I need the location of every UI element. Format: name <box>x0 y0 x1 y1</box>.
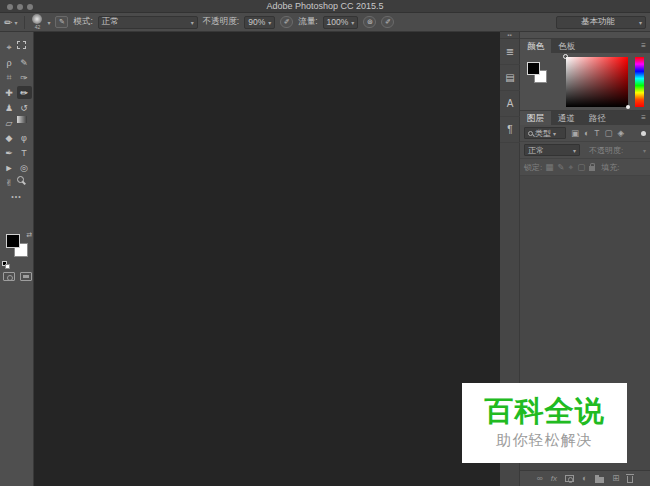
panel-menu-icon[interactable]: ≡ <box>637 39 650 53</box>
move-tool[interactable]: ⌖ <box>2 41 17 54</box>
window-title: Adobe Photoshop CC 2015.5 <box>0 0 650 13</box>
tab-color[interactable]: 颜色 <box>520 39 551 53</box>
delete-layer-icon[interactable] <box>627 476 633 483</box>
layer-blend-mode-select[interactable]: 正常 ▾ <box>524 144 580 156</box>
tab-channels[interactable]: 通道 <box>551 111 582 125</box>
dock-grip[interactable]: ▪▪ <box>500 32 519 39</box>
new-layer-icon[interactable]: ⊞ <box>612 474 619 483</box>
filter-image-icon[interactable]: ▣ <box>571 129 579 138</box>
current-tool-icon[interactable]: ✏▾ <box>4 17 17 28</box>
lock-transparency-icon[interactable]: ▦ <box>545 163 553 172</box>
ellipse-tool[interactable]: ◎ <box>17 161 32 174</box>
opacity-pressure-button[interactable]: ✐ <box>280 16 293 28</box>
toggle-brush-panel-button[interactable]: ✎ <box>55 16 68 28</box>
paragraph-panel-icon[interactable]: ¶ <box>500 117 520 143</box>
workspace-value: 基本功能 <box>560 16 636 28</box>
add-mask-icon[interactable] <box>565 475 574 482</box>
filter-kind-label: 类型 <box>535 128 551 139</box>
color-panel <box>520 53 650 111</box>
brush-tool[interactable]: ✏ <box>17 86 32 99</box>
adjustments-panel-icon[interactable]: ≣ <box>500 39 520 65</box>
brush-size-value: 42 <box>35 25 41 30</box>
clone-stamp-tool[interactable]: ♟ <box>2 101 17 114</box>
swap-colors-icon[interactable]: ⇄ <box>26 231 32 239</box>
crop-tool[interactable]: ⌗ <box>2 71 17 84</box>
panel-foreground-swatch[interactable] <box>527 62 540 75</box>
workspace-select[interactable]: 基本功能 ▾ <box>556 16 646 29</box>
layers-bottom-bar: ∞fx◐⊞ <box>520 470 650 486</box>
eraser-tool[interactable]: ▱ <box>2 116 17 129</box>
lasso-tool[interactable]: ρ <box>2 56 17 69</box>
eyedropper-tool[interactable]: ✑ <box>17 71 32 84</box>
options-bar: ✏▾ 42 ▾ ✎ 模式: 正常 ▾ 不透明度: 90% ▾ ✐ 流量: 100… <box>0 13 650 32</box>
opacity-select[interactable]: 90% ▾ <box>244 16 275 29</box>
lock-all-icon[interactable] <box>589 166 595 171</box>
gradient-tool[interactable] <box>17 116 27 123</box>
chevron-down-icon[interactable]: ▾ <box>47 19 50 26</box>
flow-select[interactable]: 100% ▾ <box>323 16 359 29</box>
new-group-icon[interactable] <box>595 477 604 483</box>
zoom-tool[interactable] <box>17 176 24 183</box>
screen-mode-button[interactable] <box>20 272 32 281</box>
lock-artboard-icon[interactable]: ▢ <box>577 163 585 172</box>
layer-blend-mode-value: 正常 <box>528 145 571 156</box>
watermark-overlay: 百科全说 助你轻松解决 <box>462 383 627 463</box>
layers-panel-tabs: 图层通道路径 ≡ <box>520 111 650 125</box>
filter-kind-select[interactable]: 类型 ▾ <box>524 127 566 139</box>
blend-mode-value: 正常 <box>102 16 188 28</box>
adjustment-layer-icon[interactable]: ◐ <box>582 474 587 483</box>
color-swatch-block: ⇄ <box>0 231 34 271</box>
filter-shape-icon[interactable]: ▢ <box>604 129 612 138</box>
chevron-down-icon: ▾ <box>573 147 576 154</box>
canvas-area[interactable] <box>34 32 500 486</box>
chevron-down-icon: ▾ <box>351 19 354 26</box>
airbrush-button[interactable]: ⊛ <box>363 16 376 28</box>
color-marker-circle <box>563 54 568 59</box>
quick-selection-tool[interactable]: ✎ <box>17 56 32 69</box>
libraries-panel-icon[interactable]: ▤ <box>500 65 520 91</box>
title-bar: Adobe Photoshop CC 2015.5 <box>0 0 650 13</box>
brush-preset-picker[interactable]: 42 <box>32 14 42 30</box>
filter-smart-object-icon[interactable]: ◈ <box>617 129 624 138</box>
lock-position-icon[interactable]: ⌖ <box>568 163 573 172</box>
quick-mask-button[interactable] <box>3 272 15 281</box>
chevron-down-icon: ▾ <box>643 147 646 154</box>
saturation-brightness-field[interactable] <box>566 57 628 107</box>
chevron-down-icon: ▾ <box>268 19 271 26</box>
lock-label: 锁定: <box>524 162 542 173</box>
dodge-tool[interactable]: φ <box>17 131 32 144</box>
rectangular-marquee-tool[interactable] <box>17 41 26 49</box>
brush-tip-icon <box>32 14 42 24</box>
layer-opacity-label: 不透明度: <box>589 145 623 156</box>
tab-paths[interactable]: 路径 <box>582 111 613 125</box>
foreground-color-swatch[interactable] <box>6 234 20 248</box>
fill-label: 填充: <box>601 162 619 173</box>
filter-type-icon[interactable]: T <box>594 129 599 138</box>
type-tool[interactable]: T <box>17 146 32 159</box>
blend-mode-select[interactable]: 正常 ▾ <box>98 16 198 29</box>
search-icon <box>528 131 533 136</box>
filter-adjustment-icon[interactable]: ◐ <box>584 129 589 138</box>
tab-swatches[interactable]: 色板 <box>551 39 582 53</box>
filter-toggle-switch[interactable] <box>641 131 646 136</box>
blur-tool[interactable]: ◆ <box>2 131 17 144</box>
link-layers-icon[interactable]: ∞ <box>537 474 543 483</box>
layer-style-icon[interactable]: fx <box>551 475 557 483</box>
hue-slider[interactable] <box>635 57 644 107</box>
history-brush-tool[interactable]: ↺ <box>17 101 32 114</box>
panel-menu-icon[interactable]: ≡ <box>637 111 650 125</box>
watermark-title: 百科全说 <box>485 396 605 428</box>
edit-toolbar-button[interactable]: ••• <box>0 193 33 200</box>
character-panel-icon[interactable]: A <box>500 91 520 117</box>
path-selection-tool[interactable]: ► <box>2 161 17 174</box>
lock-pixels-icon[interactable]: ✎ <box>557 163 564 172</box>
default-background-icon <box>5 264 10 269</box>
panel-group-grip[interactable] <box>520 32 650 39</box>
default-colors-icon[interactable] <box>2 261 10 269</box>
flow-pressure-button[interactable]: ✐ <box>381 16 394 28</box>
hand-tool[interactable]: ✌ <box>2 176 17 189</box>
healing-brush-tool[interactable]: ✚ <box>2 86 17 99</box>
tab-layers[interactable]: 图层 <box>520 111 551 125</box>
watermark-subtitle: 助你轻松解决 <box>497 431 593 450</box>
pen-tool[interactable]: ✒ <box>2 146 17 159</box>
